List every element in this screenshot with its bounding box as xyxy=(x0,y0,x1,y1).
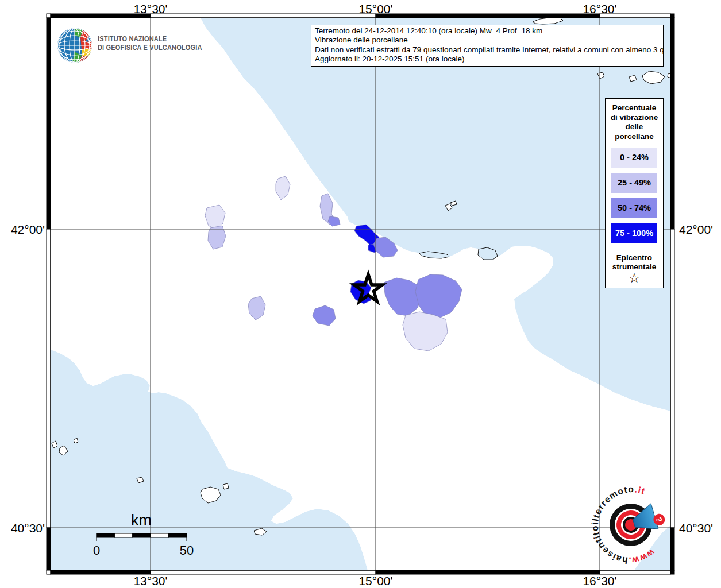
legend: Percentuale di vibrazione delle porcella… xyxy=(605,98,664,288)
legend-swatch: 50 - 74% xyxy=(611,198,657,218)
scale-unit-label: km xyxy=(131,512,152,529)
legend-classes: 0 - 24%25 - 49%50 - 74%75 - 100% xyxy=(606,141,663,243)
legend-swatch: 0 - 24% xyxy=(611,148,657,168)
ingv-logo: ISTITUTO NAZIONALE DI GEOFISICA E VULCAN… xyxy=(55,26,250,67)
scale-start-label: 0 xyxy=(93,543,100,558)
ingv-name: ISTITUTO NAZIONALE DI GEOFISICA E VULCAN… xyxy=(98,35,202,52)
axis-label-top-1500: 15°00' xyxy=(358,2,392,16)
legend-epicenter-label: Epicentro xyxy=(606,253,663,262)
event-data-note: Dati non verificati estratti da 79 quest… xyxy=(315,45,660,55)
hsit-watermark-logo: ? www.haisentitoilterremoto.it xyxy=(576,472,686,582)
axis-label-top-1330: 13°30' xyxy=(133,2,167,16)
legend-swatch: 25 - 49% xyxy=(611,173,657,193)
event-title: Terremoto del 24-12-2014 12:40:10 (ora l… xyxy=(315,26,660,36)
event-info-box: Terremoto del 24-12-2014 12:40:10 (ora l… xyxy=(311,25,664,67)
ingv-globe-icon xyxy=(55,26,95,65)
legend-swatch: 75 - 100% xyxy=(611,223,657,243)
event-subtitle: Vibrazione delle porcellane xyxy=(315,36,660,45)
axis-label-left-4030: 40°30' xyxy=(0,521,45,535)
legend-title-line: di vibrazione xyxy=(606,113,663,123)
legend-title-line: delle xyxy=(606,122,663,132)
epicenter-star-icon: ☆ xyxy=(606,272,663,284)
legend-title-line: porcellane xyxy=(606,132,663,142)
axis-label-bottom-1500: 15°00' xyxy=(358,574,392,588)
legend-epicenter: Epicentro strumentale ☆ xyxy=(606,250,663,284)
axis-label-left-4200: 42°00' xyxy=(0,223,45,237)
axis-label-right-4200: 42°00' xyxy=(679,223,721,237)
axis-label-top-1630: 16°30' xyxy=(583,2,616,16)
ingv-name-line1: ISTITUTO NAZIONALE xyxy=(98,35,202,44)
axis-label-bottom-1330: 13°30' xyxy=(133,574,167,588)
ingv-name-line2: DI GEOFISICA E VULCANOLOGIA xyxy=(98,44,202,52)
scale-end-label: 50 xyxy=(180,543,194,558)
map-screenshot: km 0 50 xyxy=(0,0,721,588)
legend-title: Percentuale di vibrazione delle porcella… xyxy=(606,99,663,141)
event-update-time: Aggiornato il: 20-12-2025 15:51 (ora loc… xyxy=(315,55,660,64)
legend-title-line: Percentuale xyxy=(606,103,663,113)
